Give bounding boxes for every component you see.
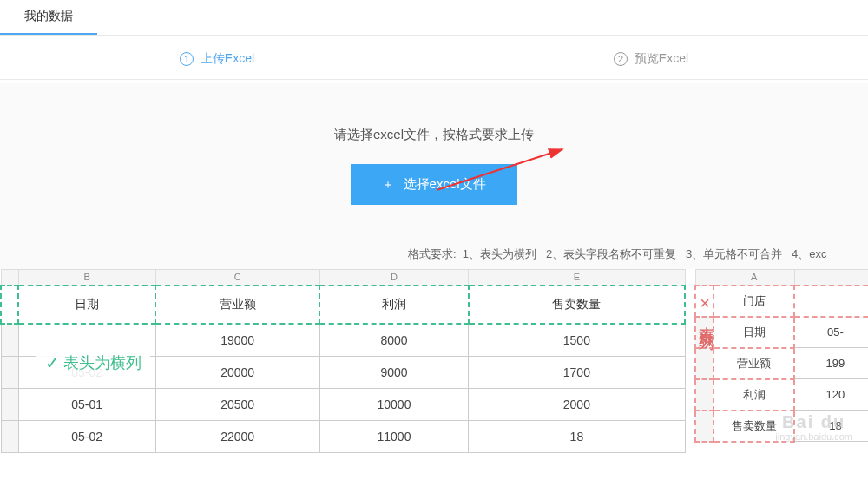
check-icon: ✓	[45, 352, 60, 373]
step-upload[interactable]: 1 上传Excel	[0, 51, 434, 67]
format-requirements: 格式要求: 1、表头为横列 2、表头字段名称不可重复 3、单元格不可合并 4、e…	[0, 231, 868, 269]
cross-icon: ×	[694, 293, 714, 314]
step-label: 上传Excel	[201, 51, 254, 65]
step-preview[interactable]: 2 预览Excel	[434, 51, 868, 67]
step-label: 预览Excel	[635, 51, 688, 65]
incorrect-example: A 门店 日期05- 营业额199 利润120 售卖数量18 × 表头不可纵列	[694, 269, 868, 453]
upload-section: 请选择excel文件，按格式要求上传 ＋ 选择excel文件	[0, 83, 868, 231]
upload-hint: 请选择excel文件，按格式要求上传	[0, 127, 868, 143]
table-header: 售卖数量	[469, 286, 685, 324]
table-header: 营业额	[155, 286, 319, 324]
select-excel-button[interactable]: ＋ 选择excel文件	[351, 164, 516, 205]
table-header: 利润	[319, 286, 469, 324]
wizard-steps: 1 上传Excel 2 预览Excel	[0, 39, 868, 80]
nav-tab-mydata[interactable]: 我的数据	[0, 0, 97, 35]
step-number-2: 2	[614, 52, 628, 66]
incorrect-badge: × 表头不可纵列	[686, 290, 727, 328]
correct-example: B C D E 日期 营业额 利润 售卖数量 1900080001500 05-…	[0, 269, 686, 453]
correct-badge: ✓ 表头为横列	[36, 349, 150, 377]
button-label: 选择excel文件	[404, 176, 486, 191]
step-number-1: 1	[180, 52, 194, 66]
plus-icon: ＋	[382, 177, 394, 191]
table-header: 日期	[18, 286, 155, 324]
